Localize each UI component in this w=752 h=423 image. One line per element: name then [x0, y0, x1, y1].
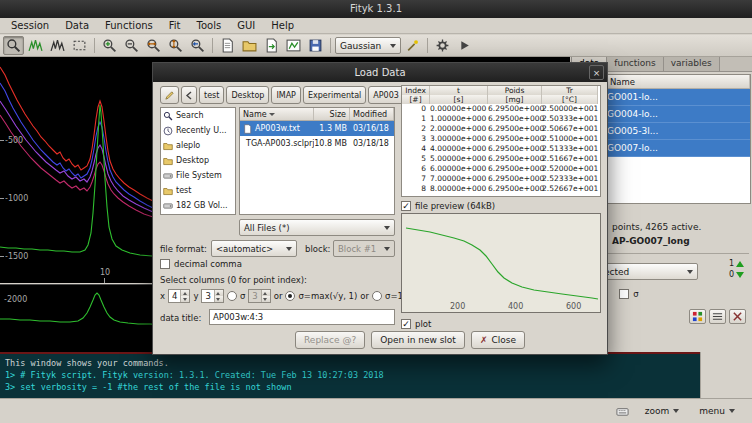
columns-row: x 4 y 3 σ 3 or σ=max(√y, 1) or σ=1: [160, 289, 403, 303]
menu-dropdown[interactable]: menu: [692, 403, 742, 419]
session-log-button[interactable]: [217, 36, 238, 55]
place-home[interactable]: aleplo: [161, 138, 235, 153]
input-history-button[interactable]: [614, 403, 632, 419]
file-name: AP003w.txt: [255, 124, 300, 133]
place-volume[interactable]: 182 GB Vol...: [161, 198, 235, 213]
block-value: Block #1: [338, 244, 376, 254]
sigma-checkbox[interactable]: [619, 289, 629, 299]
replace-button[interactable]: Replace @?: [295, 331, 365, 349]
export-button[interactable]: [261, 36, 282, 55]
dataset-title: AP-GO007_long: [612, 236, 690, 246]
place-file-system[interactable]: File System: [161, 168, 235, 183]
down-count: 0: [729, 270, 734, 279]
sigma-column-radio[interactable]: [227, 291, 237, 301]
place-recently-used[interactable]: Recently U...: [161, 123, 235, 138]
sigma-one-radio[interactable]: [372, 291, 382, 301]
menu-tools[interactable]: Tools: [190, 19, 229, 32]
move-up-icon[interactable]: [736, 261, 744, 267]
run-fit-button[interactable]: [432, 36, 453, 55]
place-desktop[interactable]: Desktop: [161, 153, 235, 168]
save-session-button[interactable]: [305, 36, 326, 55]
menu-session[interactable]: Session: [4, 19, 56, 32]
open-file-button[interactable]: [239, 36, 260, 55]
script-page-icon: [220, 38, 235, 53]
drive-icon: [163, 201, 173, 211]
menu-data[interactable]: Data: [58, 19, 96, 32]
file-row[interactable]: AP003w.txt 1.3 MB 03/16/18: [240, 121, 394, 136]
function-type-combo[interactable]: Gaussian: [335, 37, 401, 54]
folder-icon: [163, 186, 173, 196]
file-name: TGA-AP003.sclprj: [246, 139, 314, 148]
file-format-combo[interactable]: <automatic>: [211, 240, 297, 257]
path-button-test[interactable]: test: [199, 86, 224, 104]
place-test[interactable]: test: [161, 183, 235, 198]
type-filename-button[interactable]: [160, 86, 179, 104]
dialog-titlebar[interactable]: Load Data×: [153, 63, 607, 82]
y-tick-label: -1500: [5, 252, 28, 261]
zoom-vert-button[interactable]: [165, 36, 186, 55]
zoom-in-button[interactable]: [121, 36, 142, 55]
menu-fit[interactable]: Fit: [162, 19, 188, 32]
gear-icon: [435, 38, 450, 53]
sigma-max-radio[interactable]: [285, 291, 295, 301]
window-titlebar[interactable]: Fityk 1.3.1: [0, 0, 752, 18]
table-row: 00.00000e+0006.29500e+0002.50000e+001: [402, 104, 600, 114]
select-columns-label: Select columns (0 for point index):: [160, 275, 307, 285]
activate-data-mode-button[interactable]: [69, 36, 90, 55]
column-modified[interactable]: Modified: [350, 108, 394, 120]
block-combo[interactable]: Block #1: [333, 240, 395, 257]
file-list-header: Name Size Modified: [240, 108, 394, 121]
sort-arrow-icon: [269, 113, 275, 116]
column-name[interactable]: Name: [240, 108, 314, 120]
file-preview-label: file preview (64kB): [415, 201, 495, 211]
save-image-button[interactable]: [283, 36, 304, 55]
path-button-ap003[interactable]: AP003: [368, 86, 404, 104]
data-title-input[interactable]: AP003w:4:3: [209, 309, 395, 325]
move-down-icon[interactable]: [736, 272, 744, 278]
zoom-prev-button[interactable]: [187, 36, 208, 55]
menu-gui[interactable]: GUI: [230, 19, 262, 32]
place-search[interactable]: Search: [161, 108, 235, 123]
file-preview-checkbox[interactable]: [401, 201, 411, 211]
path-button-desktop[interactable]: Desktop: [226, 86, 269, 104]
menu-functions[interactable]: Functions: [98, 19, 160, 32]
output-console[interactable]: This window shows your commands. 1> # Fi…: [0, 352, 700, 398]
menu-help[interactable]: Help: [264, 19, 301, 32]
zoom-all-button[interactable]: [99, 36, 120, 55]
style-button[interactable]: [689, 309, 706, 324]
path-back-button[interactable]: [181, 86, 197, 104]
zoom-dropdown[interactable]: zoom: [638, 403, 687, 419]
auto-add-button[interactable]: [402, 36, 423, 55]
add-point-mode-button[interactable]: [47, 36, 68, 55]
add-peak-mode-button[interactable]: [25, 36, 46, 55]
open-in-new-slot-button[interactable]: Open in new slot: [371, 331, 465, 349]
path-button-imap[interactable]: IMAP: [271, 86, 301, 104]
decimal-comma-checkbox[interactable]: [160, 259, 170, 269]
sigma-column-spinner[interactable]: 3: [248, 289, 270, 303]
lines-button[interactable]: [709, 309, 726, 324]
y-tick-label: -1000: [5, 194, 28, 203]
menu-label: menu: [699, 406, 725, 416]
column-size[interactable]: Size: [314, 108, 350, 120]
selection-rect-icon: [72, 38, 87, 53]
zoom-horiz-button[interactable]: [143, 36, 164, 55]
delete-dataset-button[interactable]: [729, 309, 746, 324]
dialog-close-button[interactable]: ×: [589, 65, 604, 80]
plot-checkbox[interactable]: [401, 319, 411, 329]
close-button[interactable]: ✗Close: [471, 331, 525, 349]
y-column-spinner[interactable]: 3: [201, 289, 223, 303]
x-column-spinner[interactable]: 4: [168, 289, 190, 303]
zoom-mode-button[interactable]: [3, 36, 24, 55]
file-filter-combo[interactable]: All Files (*): [239, 219, 395, 236]
zoom-horizontal-icon: [146, 38, 161, 53]
dataset-name-column[interactable]: Name: [607, 75, 750, 88]
continue-fit-button[interactable]: [454, 36, 475, 55]
tab-variables[interactable]: variables: [664, 57, 720, 71]
magnifier-icon: [6, 38, 21, 53]
chevron-down-icon: [384, 226, 390, 230]
path-button-experimental[interactable]: Experimental: [303, 86, 366, 104]
zoom-all-icon: [102, 38, 117, 53]
preview-plot[interactable]: 200 400 600: [401, 213, 601, 313]
file-row[interactable]: TGA-AP003.sclprj 10.8 MB 03/18/18: [240, 136, 394, 151]
tab-functions[interactable]: functions: [607, 57, 663, 71]
